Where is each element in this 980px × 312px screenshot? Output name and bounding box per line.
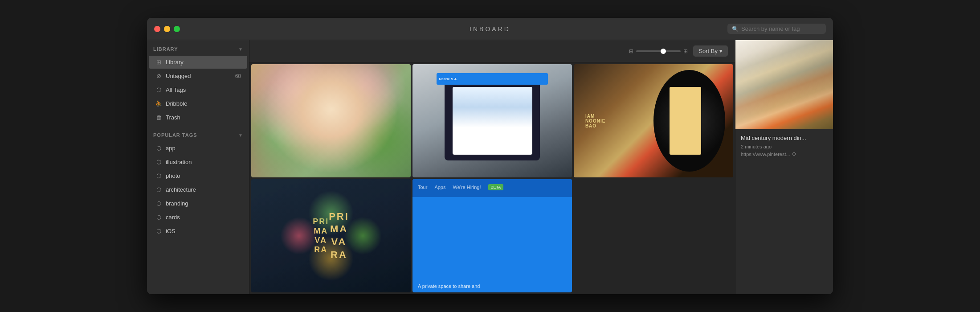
zoom-control: ⊟ ⊞ — [629, 48, 688, 54]
library-icon: ⊞ — [155, 59, 162, 66]
panel-info: Mid century modern din... 2 minutes ago … — [735, 129, 833, 294]
untagged-icon: ⊘ — [155, 73, 162, 79]
sidebar-untagged-label: Untagged — [166, 73, 232, 79]
search-bar[interactable]: 🔍 — [727, 24, 826, 34]
fashion-image — [251, 64, 411, 177]
sidebar-tag-architecture[interactable]: ⬡ architecture — [149, 183, 247, 196]
main-content: LIBRARY ▼ ⊞ Library ⊘ Untagged 60 ⬡ All … — [147, 40, 833, 294]
app-title: INBOARD — [470, 25, 510, 33]
panel-url-text: https://www.pinterest... — [741, 152, 790, 157]
sidebar-item-dribbble[interactable]: ⛹ Dribbble — [149, 97, 247, 110]
sidebar-item-trash[interactable]: 🗑 Trash — [149, 111, 247, 124]
tag-label-cards: cards — [166, 214, 241, 221]
beta-badge: BETA — [488, 184, 504, 190]
popular-tags-section-header: POPULAR TAGS ▼ — [147, 126, 249, 141]
sidebar-tag-illustration[interactable]: ⬡ illustration — [149, 156, 247, 168]
zoom-in-icon: ⊞ — [683, 48, 688, 54]
trash-icon: 🗑 — [155, 114, 162, 121]
fullscreen-button[interactable] — [174, 26, 180, 32]
popular-tags-chevron-icon: ▼ — [238, 133, 243, 138]
web-description: A private space to share and — [418, 283, 567, 289]
nav-apps: Apps — [434, 185, 445, 190]
sort-by-label: Sort By — [698, 48, 718, 54]
sidebar-item-untagged[interactable]: ⊘ Untagged 60 — [149, 70, 247, 82]
sidebar-all-tags-label: All Tags — [166, 86, 241, 93]
tag-label-app: app — [166, 145, 241, 152]
grid-cell-phone[interactable]: Nestle S.A. — [412, 64, 572, 177]
sidebar-dribbble-label: Dribbble — [166, 100, 241, 107]
all-tags-icon: ⬡ — [155, 86, 162, 93]
album-image: IAM NOONIE BAO — [574, 64, 733, 177]
sidebar-tag-photo[interactable]: ⬡ photo — [149, 169, 247, 182]
sidebar-tag-ios[interactable]: ⬡ iOS — [149, 225, 247, 238]
main-toolbar: ⊟ ⊞ Sort By ▾ — [249, 40, 735, 62]
right-panel: Mid century modern din... 2 minutes ago … — [735, 40, 833, 294]
grid-cell-blue-web[interactable]: Tour Apps We're Hiring! BETA A private s… — [412, 179, 572, 292]
tag-icon-cards: ⬡ — [155, 214, 162, 221]
sidebar-tag-cards[interactable]: ⬡ cards — [149, 211, 247, 224]
tag-icon-branding: ⬡ — [155, 200, 162, 207]
nav-tour: Tour — [418, 185, 427, 190]
minimize-button[interactable] — [164, 26, 170, 32]
main-area: ⊟ ⊞ Sort By ▾ — [249, 40, 735, 294]
search-icon: 🔍 — [732, 26, 739, 32]
tag-label-architecture: architecture — [166, 186, 241, 193]
tag-label-ios: iOS — [166, 228, 241, 234]
grid-cell-album[interactable]: IAM NOONIE BAO — [574, 64, 733, 177]
search-input[interactable] — [741, 25, 821, 32]
zoom-slider[interactable] — [636, 50, 681, 52]
sidebar-trash-label: Trash — [166, 114, 241, 121]
panel-url: https://www.pinterest... ⊙ — [741, 151, 828, 157]
zoom-out-icon: ⊟ — [629, 48, 633, 54]
dribbble-icon: ⛹ — [155, 100, 162, 107]
traffic-lights — [147, 26, 180, 32]
grid-cell-primavera[interactable]: PRIMAVARA — [251, 179, 411, 292]
library-section-label: LIBRARY — [153, 46, 178, 52]
sidebar-tag-branding[interactable]: ⬡ branding — [149, 197, 247, 210]
image-grid: Nestle S.A. IAM NOONIE BAO — [249, 62, 735, 294]
app-window: INBOARD 🔍 LIBRARY ▼ ⊞ Library ⊘ Untagged… — [147, 18, 833, 294]
tag-icon-illustration: ⬡ — [155, 159, 162, 165]
sidebar-item-library[interactable]: ⊞ Library — [149, 56, 247, 69]
titlebar: INBOARD 🔍 — [147, 18, 833, 40]
primavera-image: PRIMAVARA — [251, 179, 411, 292]
sort-by-chevron-icon: ▾ — [719, 48, 723, 54]
tag-label-illustration: illustration — [166, 159, 241, 165]
popular-tags-section-label: POPULAR TAGS — [153, 132, 197, 138]
tag-icon-photo: ⬡ — [155, 172, 162, 179]
sidebar-tag-app[interactable]: ⬡ app — [149, 142, 247, 155]
tag-label-branding: branding — [166, 200, 241, 207]
library-chevron-icon: ▼ — [238, 47, 243, 52]
panel-title: Mid century modern din... — [741, 135, 828, 141]
tag-icon-ios: ⬡ — [155, 228, 162, 234]
architecture-image — [735, 40, 833, 129]
sidebar: LIBRARY ▼ ⊞ Library ⊘ Untagged 60 ⬡ All … — [147, 40, 249, 294]
blue-web-image: Tour Apps We're Hiring! BETA A private s… — [412, 179, 572, 292]
phone-image: Nestle S.A. — [412, 64, 572, 177]
nav-hiring: We're Hiring! — [453, 185, 481, 190]
tag-icon-app: ⬡ — [155, 145, 162, 152]
grid-cell-fashion[interactable] — [251, 64, 411, 177]
sidebar-library-label: Library — [166, 59, 241, 66]
sort-by-button[interactable]: Sort By ▾ — [693, 45, 728, 57]
external-link-icon[interactable]: ⊙ — [792, 151, 796, 157]
preview-image-container — [735, 40, 833, 129]
zoom-thumb[interactable] — [661, 49, 666, 54]
tag-label-photo: photo — [166, 172, 241, 179]
library-section-header: LIBRARY ▼ — [147, 40, 249, 55]
sidebar-item-all-tags[interactable]: ⬡ All Tags — [149, 83, 247, 96]
close-button[interactable] — [154, 26, 160, 32]
panel-time: 2 minutes ago — [741, 144, 828, 149]
tag-icon-architecture: ⬡ — [155, 186, 162, 193]
untagged-count: 60 — [235, 73, 241, 79]
